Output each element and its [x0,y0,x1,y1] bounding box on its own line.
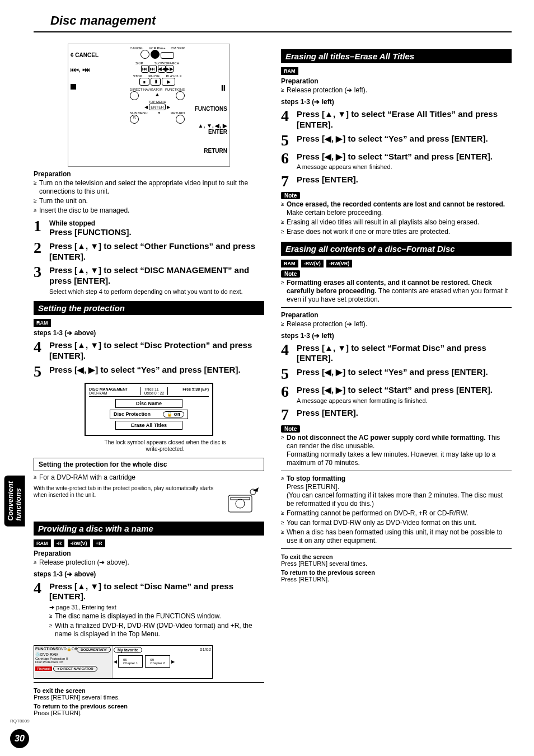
format-note: Do not disconnect the AC power supply co… [281,434,512,467]
badge-ram: RAM [34,319,51,327]
format-s6: Press [◀, ▶] to select “Start” and press… [297,385,512,396]
tv-fav: My favorite [114,647,142,653]
erase-prep-head: Preparation [281,77,512,85]
tv-functions: FUNCTIONS [35,647,58,652]
exit-head: To exit the screen [34,687,264,694]
erase-steps-ref: steps 1-3 (➔ left) [281,98,512,106]
naming-steps-ref: steps 1-3 (➔ above) [34,570,264,578]
step3-sub: Select which step 4 to perform depending… [49,288,264,295]
step-num: 7 [281,407,297,422]
tv-dprot: Disc Protection Off [35,660,111,664]
prev-head: To return to the previous screen [281,569,512,576]
badge: -R [54,539,65,547]
tv-pg: 01/02 [200,647,211,653]
naming-s4b: With a finalized DVD-R, DVD-RW (DVD-Vide… [49,622,264,638]
badge: -RW(VR) [326,260,352,267]
naming-s4sub: ➔ page 31, Entering text [49,603,264,611]
menu-erase-all: Erase All Titles [115,421,182,430]
menu-used: Used 0 : 22 [144,391,165,395]
erase-s6: Press [◀, ▶] to select “Start” and press… [297,152,512,162]
protect-s5: Press [◀, ▶] to select “Yes” and press [… [49,365,264,375]
disc-management-menu: DISC MANAGEMENT DVD-RAM Titles 11 Used 0… [85,383,213,436]
callout-arrows-enter: ▲, ▼, ◀, ▶ ENTER [198,123,227,135]
menu-disc-name: Disc Name [115,399,182,408]
step1-pre: While stopped [49,219,264,227]
step1-text: Press [FUNCTIONS]. [49,227,264,238]
protect-s4: Press [▲, ▼] to select “Disc Protection”… [49,340,264,361]
btn-ret [176,115,185,124]
erase-s6sub: A message appears when finished. [297,163,512,171]
svg-point-1 [236,499,245,508]
section-format: Erasing all contents of a disc–Format Di… [281,242,512,256]
prep-heading: Preparation [34,170,264,178]
prev-body: Press [RETURN]. [34,710,264,716]
btn-ff: ▶▶ [166,65,174,73]
btn-cancel [140,50,149,59]
btn-play: ▶ [162,78,175,86]
lbl-ret: RETURN [171,111,185,115]
step-num: 4 [34,339,49,361]
tv-off: Off [72,647,77,651]
badge: RAM [34,539,51,547]
exit-body: Press [RETURN] several times. [281,560,512,567]
tv-chap2: 09 Chapter 2 [145,655,170,668]
erase-note: Erase does not work if one or more title… [281,228,512,236]
section-erase-all: Erasing all titles–Erase All Titles [281,49,512,63]
stop-icon [71,84,76,90]
step-num: 4 [281,108,297,130]
exit-body: Press [RETURN] several times. [34,694,264,701]
prep-item: Insert the disc to be managed. [34,206,264,215]
btn-stop: ∎ [139,78,149,86]
prev-head: To return to the previous screen [34,703,264,710]
format-note: When a disc has been formatted using thi… [281,528,512,545]
btn-next: ⏭ [149,65,157,73]
doc-code: RQT8009 [10,719,30,724]
note-badge: Note [281,192,300,199]
step-num: 5 [34,364,49,379]
erase-prep-b1: Release protection (➔ left). [281,86,512,95]
step3-text: Press [▲, ▼] to select “DISC MANAGEMENT”… [49,265,264,287]
btn-fn [176,91,185,100]
lock-note: The lock symbol appears closed when the … [101,439,229,453]
callout-cancel: CANCEL [75,52,99,58]
callout-functions: FUNCTIONS [195,106,227,112]
format-s7: Press [ENTER]. [297,408,512,419]
lbl-fn: FUNCTIONS [165,88,185,91]
badge: -RW(V) [68,539,90,547]
step-num: 6 [281,151,297,171]
lbl-sm: SUB MENU [130,111,148,115]
naming-s4b: The disc name is displayed in the FUNCTI… [49,612,264,621]
btn-pause: ⏸ [151,78,161,86]
prep-item: Turn on the television and select the ap… [34,179,264,196]
section-naming: Providing a disc with a name [34,522,264,536]
naming-s4: Press [▲, ▼] to select “Disc Name” and p… [49,581,264,603]
step-num: 5 [281,366,297,382]
step-num: 4 [281,342,297,364]
right-column: Erasing all titles–Erase All Titles RAM … [281,44,512,716]
section-protection: Setting the protection [34,301,264,315]
cartridge-note: For a DVD-RAM with a cartridge [34,473,264,482]
step-num: 1 [34,218,49,238]
menu-media: DVD-RAM [89,391,128,395]
svg-point-3 [250,489,256,495]
badge: +R [93,539,105,547]
erase-s5: Press [◀, ▶] to select “Yes” and press [… [297,134,512,144]
format-prep-head: Preparation [281,311,512,319]
callout-return: RETURN [204,148,227,154]
format-note: You can format DVD-RW only as DVD-Video … [281,519,512,527]
left-column: ¢ CANCEL ⏮◀, ▶⏭ ⏸ FUNCTIONS ▲, ▼, ◀, ▶ E… [34,44,264,716]
menu-disc-protection: Disc Protection 🔓 Off [110,410,188,419]
step-num: 3 [34,264,49,295]
step-num: 6 [281,384,297,405]
format-note: Formatting cannot be performed on DVD-R,… [281,509,512,518]
step2-text: Press [▲, ▼] to select “Other Functions”… [49,241,264,262]
tv-chap1: 05 Chapter 1 [118,655,143,668]
note-badge: Note [281,425,300,433]
note-badge: Note [281,270,300,278]
step-num: 7 [281,173,297,189]
erase-s7: Press [ENTER]. [297,175,512,185]
btn-rew: ◀◀ [158,65,166,73]
badge: RAM [281,260,298,267]
btn-sm: S [130,115,139,124]
tv-doc: DOCUMENTARY [77,647,111,652]
